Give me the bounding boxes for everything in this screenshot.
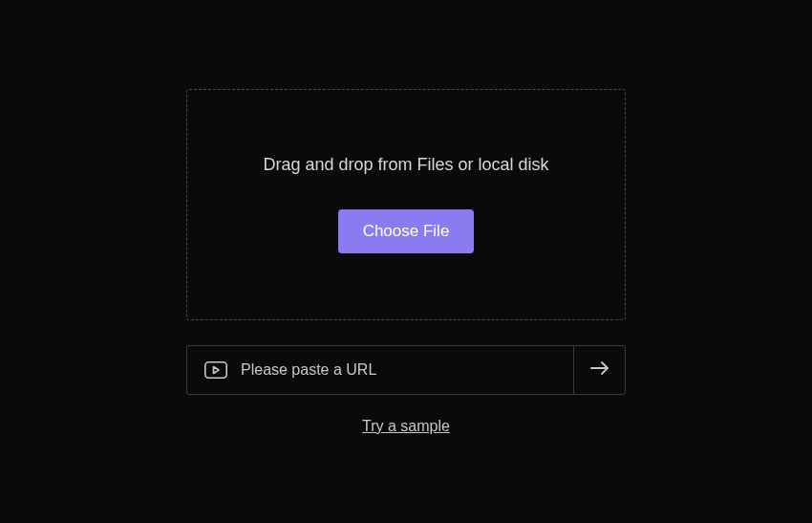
url-row bbox=[186, 345, 626, 395]
upload-container: Drag and drop from Files or local disk C… bbox=[186, 89, 626, 435]
try-sample-link[interactable]: Try a sample bbox=[362, 418, 450, 435]
url-input-wrap bbox=[187, 346, 573, 394]
dropzone-instruction: Drag and drop from Files or local disk bbox=[263, 155, 548, 175]
url-input[interactable] bbox=[241, 361, 556, 379]
video-icon bbox=[204, 361, 227, 379]
arrow-right-icon bbox=[589, 360, 610, 379]
dropzone[interactable]: Drag and drop from Files or local disk C… bbox=[186, 89, 626, 320]
svg-rect-0 bbox=[205, 361, 226, 377]
choose-file-button[interactable]: Choose File bbox=[338, 209, 475, 253]
submit-url-button[interactable] bbox=[573, 346, 625, 394]
